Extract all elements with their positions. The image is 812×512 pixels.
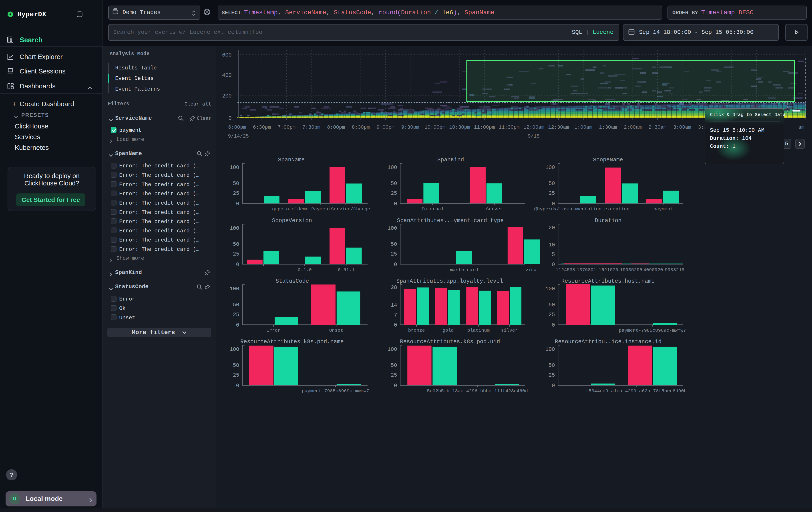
svg-text:20: 20 <box>549 225 555 231</box>
svg-text:25: 25 <box>233 251 239 257</box>
svg-text:mastercard: mastercard <box>450 267 478 272</box>
svg-text:am: am <box>799 125 805 130</box>
svg-text:19935295: 19935295 <box>620 267 642 272</box>
svg-text:ScopeName: ScopeName <box>593 157 623 163</box>
svg-text:100: 100 <box>545 286 555 292</box>
svg-text:11:30pm: 11:30pm <box>499 125 520 130</box>
svg-text:silver: silver <box>501 328 518 333</box>
svg-text:25: 25 <box>549 312 555 318</box>
svg-text:0: 0 <box>236 201 239 207</box>
svg-text:5e02b5fb-13ae-4296-bbbc-111f42: 5e02b5fb-13ae-4296-bbbc-111f423c460d <box>427 388 528 394</box>
svg-text:2:00am: 2:00am <box>624 125 642 130</box>
svg-text:50: 50 <box>233 181 239 187</box>
svg-text:400: 400 <box>222 72 232 78</box>
svg-text:StatusCode: StatusCode <box>276 278 309 285</box>
svg-text:0: 0 <box>229 115 232 121</box>
svg-text:25: 25 <box>549 372 555 378</box>
svg-text:Internal: Internal <box>421 207 444 212</box>
svg-text:12:30am: 12:30am <box>548 125 569 130</box>
svg-text:1376801: 1376801 <box>577 267 596 272</box>
svg-text:9:00pm: 9:00pm <box>376 125 395 130</box>
svg-text:9/14/25: 9/14/25 <box>228 133 249 139</box>
svg-text:payment-7985c8969c-mwmw7: payment-7985c8969c-mwmw7 <box>302 388 369 394</box>
svg-text:7:00pm: 7:00pm <box>278 125 296 130</box>
svg-text:50: 50 <box>233 362 239 369</box>
svg-text:payment-7985c8969c-mwmw7: payment-7985c8969c-mwmw7 <box>619 328 686 333</box>
svg-text:0: 0 <box>394 383 397 389</box>
svg-text:50: 50 <box>549 302 555 308</box>
svg-text:50: 50 <box>549 181 555 187</box>
svg-text:100: 100 <box>387 346 397 352</box>
svg-text:7:30pm: 7:30pm <box>302 125 320 130</box>
svg-text:4090920: 4090920 <box>643 267 663 272</box>
svg-text:Duration: Duration <box>595 217 621 224</box>
svg-text:7: 7 <box>394 312 397 318</box>
svg-text:1124538: 1124538 <box>556 267 575 272</box>
svg-text:3:00am: 3:00am <box>673 125 691 130</box>
svg-text:0.1.0: 0.1.0 <box>298 267 312 272</box>
svg-text:600: 600 <box>222 52 232 58</box>
svg-text:f5344ec9-a1ea-4290-a62a-78f5be: f5344ec9-a1ea-4290-a62a-78f5bee8d90b <box>586 388 687 394</box>
svg-text:@hyperdx/instrumentation-excep: @hyperdx/instrumentation-exception <box>534 207 630 212</box>
svg-text:6:30pm: 6:30pm <box>253 125 271 130</box>
svg-text:0: 0 <box>552 383 555 389</box>
svg-text:0: 0 <box>394 201 397 207</box>
svg-text:ResourceAttributes.host.name: ResourceAttributes.host.name <box>561 278 655 285</box>
svg-text:visa: visa <box>525 267 536 272</box>
svg-text:ScopeVersion: ScopeVersion <box>272 217 312 224</box>
svg-text:100: 100 <box>230 225 239 231</box>
svg-text:28: 28 <box>391 285 397 291</box>
svg-text:0: 0 <box>394 322 397 328</box>
svg-text:100: 100 <box>387 164 397 170</box>
svg-text:0: 0 <box>236 262 239 268</box>
svg-text:100: 100 <box>545 164 555 170</box>
svg-text:platinum: platinum <box>467 328 490 333</box>
svg-text:Unset: Unset <box>329 328 343 333</box>
svg-text:50: 50 <box>391 241 397 247</box>
svg-text:25: 25 <box>391 251 397 257</box>
svg-text:50: 50 <box>391 181 397 187</box>
svg-text:100: 100 <box>230 346 239 352</box>
svg-text:10:30pm: 10:30pm <box>449 125 470 130</box>
svg-text:SpanKind: SpanKind <box>437 157 464 163</box>
svg-text:25: 25 <box>233 372 239 378</box>
svg-text:11:00pm: 11:00pm <box>474 125 495 130</box>
svg-text:ResourceAttributes.k8s.pod.uid: ResourceAttributes.k8s.pod.uid <box>400 339 500 345</box>
svg-text:200: 200 <box>222 93 232 99</box>
svg-text:50: 50 <box>391 362 397 369</box>
svg-text:50: 50 <box>549 362 555 369</box>
svg-text:14: 14 <box>391 302 397 308</box>
svg-text:6:00pm: 6:00pm <box>228 125 246 130</box>
svg-text:8:30pm: 8:30pm <box>352 125 370 130</box>
svg-text:ResourceAttribu..ice.instance.: ResourceAttribu..ice.instance.id <box>555 339 662 345</box>
svg-text:25: 25 <box>233 312 239 318</box>
svg-text:0: 0 <box>236 383 239 389</box>
svg-text:9:30pm: 9:30pm <box>401 125 419 130</box>
svg-text:5: 5 <box>552 251 555 258</box>
svg-text:8:00pm: 8:00pm <box>327 125 345 130</box>
svg-text:100: 100 <box>387 225 397 231</box>
svg-text:0: 0 <box>552 322 555 328</box>
svg-text:grpc.oteldemo.PaymentService/C: grpc.oteldemo.PaymentService/Charge <box>272 207 370 212</box>
svg-text:Error: Error <box>266 328 280 333</box>
svg-text:0: 0 <box>552 262 555 268</box>
svg-text:100: 100 <box>230 286 239 292</box>
svg-text:0: 0 <box>394 262 397 268</box>
svg-text:100: 100 <box>230 164 239 170</box>
svg-text:ResourceAttributes.k8s.pod.nam: ResourceAttributes.k8s.pod.name <box>240 339 344 345</box>
svg-text:25: 25 <box>233 190 239 196</box>
svg-text:100: 100 <box>545 346 555 352</box>
svg-text:50: 50 <box>233 241 239 247</box>
svg-text:gold: gold <box>442 328 454 333</box>
svg-text:1:00am: 1:00am <box>574 125 592 130</box>
svg-text:0: 0 <box>552 201 555 207</box>
svg-text:10:00pm: 10:00pm <box>425 125 445 130</box>
svg-text:0.51.1: 0.51.1 <box>338 267 355 272</box>
svg-text:1:30am: 1:30am <box>599 125 617 130</box>
svg-text:9/15: 9/15 <box>528 133 540 139</box>
svg-text:0: 0 <box>236 322 239 328</box>
svg-text:25: 25 <box>549 190 555 196</box>
svg-text:bronze: bronze <box>408 328 425 333</box>
svg-text:Server: Server <box>486 207 503 212</box>
svg-text:25: 25 <box>391 372 397 378</box>
